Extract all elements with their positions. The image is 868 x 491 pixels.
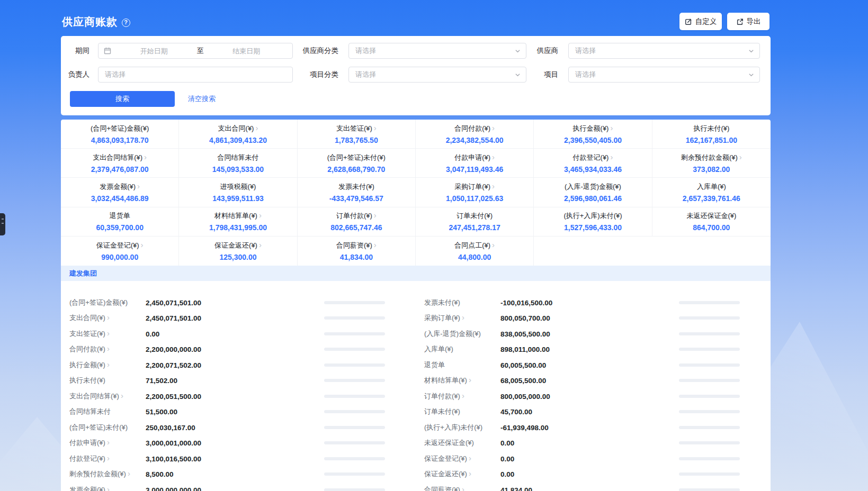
summary-card-label: 未返还保证金(¥)› bbox=[686, 211, 736, 221]
project-select[interactable]: 请选择 bbox=[568, 67, 760, 83]
summary-card: (执行+入库)未付(¥)› 1,527,596,433.00 bbox=[534, 207, 652, 237]
summary-card: 进项税额(¥)› 143,959,511.93 bbox=[179, 178, 297, 207]
summary-card: (合同+签证)未付(¥)› 2,628,668,790.70 bbox=[298, 149, 416, 178]
summary-card-label: 付款申请(¥)› bbox=[454, 153, 495, 162]
summary-card-label: 进项税额(¥)› bbox=[220, 182, 256, 192]
metric-row[interactable]: 付款申请(¥)› 3,000,001,000.00 bbox=[61, 435, 416, 451]
summary-card[interactable]: 合同付款(¥)› 2,234,382,554.00 bbox=[416, 120, 534, 149]
summary-card-label: 订单付款(¥)› bbox=[336, 211, 377, 221]
export-button[interactable]: 导出 bbox=[727, 13, 769, 30]
summary-card-label: 合同结算未付› bbox=[217, 153, 258, 162]
metric-row[interactable]: 付款登记(¥)› 3,100,016,500.00 bbox=[61, 451, 416, 467]
metric-value: 898,011,000.00 bbox=[500, 345, 550, 353]
summary-card: (合同+签证)金额(¥)› 4,863,093,178.70 bbox=[61, 120, 179, 149]
metric-row: 退货单› 60,005,500.00 bbox=[416, 357, 771, 373]
metric-row[interactable]: 支出签证(¥)› 0.00 bbox=[61, 326, 416, 342]
summary-card-value: 145,093,533.00 bbox=[212, 165, 264, 174]
summary-card-label: 支出合同结算(¥)› bbox=[93, 153, 147, 162]
summary-card-label: 合同薪资(¥)› bbox=[336, 241, 377, 250]
customize-button[interactable]: 自定义 bbox=[679, 13, 722, 30]
chevron-right-icon: › bbox=[462, 313, 464, 322]
metric-row[interactable]: 保证金登记(¥)› 0.00 bbox=[416, 451, 771, 467]
summary-card[interactable]: 支出签证(¥)› 1,783,765.50 bbox=[298, 120, 416, 149]
summary-card[interactable]: 合同薪资(¥)› 41,834.00 bbox=[298, 237, 416, 266]
metric-row[interactable]: 执行金额(¥)› 2,200,071,502.00 bbox=[61, 357, 416, 373]
project-category-placeholder: 请选择 bbox=[355, 70, 376, 79]
chevron-right-icon: › bbox=[492, 123, 495, 132]
summary-card[interactable]: 材料结算单(¥)› 1,798,431,995.00 bbox=[179, 207, 297, 237]
metric-row: (合同+签证)未付(¥)› 250,030,167.00 bbox=[61, 420, 416, 435]
metric-row: (入库-退货)金额(¥)› 838,005,500.00 bbox=[416, 326, 771, 342]
summary-card[interactable]: 保证金返还(¥)› 125,300.00 bbox=[179, 237, 297, 266]
metric-row[interactable]: 材料结算单(¥)› 68,005,500.00 bbox=[416, 373, 771, 389]
summary-card-value: 60,359,700.00 bbox=[96, 223, 144, 232]
metric-label: 发票金额(¥)› bbox=[69, 485, 110, 491]
chevron-right-icon: › bbox=[128, 469, 130, 478]
start-date-input[interactable] bbox=[113, 47, 195, 55]
metric-value: 0.00 bbox=[500, 470, 514, 478]
metric-bar-track bbox=[679, 379, 740, 382]
supplier-placeholder: 请选择 bbox=[575, 46, 596, 56]
summary-card[interactable]: 保证金登记(¥)› 990,000.00 bbox=[61, 237, 179, 266]
left-drawer-handle[interactable] bbox=[0, 213, 5, 235]
summary-card[interactable]: 订单付款(¥)› 802,665,747.46 bbox=[298, 207, 416, 237]
export-button-label: 导出 bbox=[747, 17, 761, 26]
metric-row[interactable]: 订单付款(¥)› 800,005,000.00 bbox=[416, 388, 771, 404]
metric-label: 保证金返还(¥)› bbox=[424, 469, 471, 479]
chevron-right-icon: › bbox=[610, 152, 613, 161]
chevron-right-icon: › bbox=[462, 485, 464, 491]
chevron-right-icon: › bbox=[107, 344, 110, 353]
metric-row[interactable]: 支出合同(¥)› 2,450,071,501.00 bbox=[61, 311, 416, 326]
summary-card[interactable]: 支出合同(¥)› 4,861,309,413.20 bbox=[179, 120, 297, 149]
metric-label: (合同+签证)未付(¥)› bbox=[69, 423, 128, 432]
metric-value: 0.00 bbox=[500, 439, 514, 447]
summary-card[interactable]: 发票金额(¥)› 3,032,454,486.89 bbox=[61, 178, 179, 207]
metric-row[interactable]: 保证金返还(¥)› 0.00 bbox=[416, 467, 771, 483]
metric-bar-track bbox=[324, 441, 385, 444]
summary-card-value: 802,665,747.46 bbox=[330, 223, 382, 232]
metric-value: 800,050,700.00 bbox=[500, 314, 550, 322]
metric-value: 3,000,000,000.00 bbox=[146, 486, 201, 491]
metric-value: 45,700.00 bbox=[500, 408, 532, 416]
search-button[interactable]: 搜索 bbox=[70, 91, 175, 107]
metric-value: 250,030,167.00 bbox=[146, 423, 195, 431]
summary-card-value: 990,000.00 bbox=[101, 253, 138, 261]
metric-bar-track bbox=[324, 332, 385, 335]
supplier-select[interactable]: 请选择 bbox=[568, 43, 760, 59]
summary-card[interactable]: 支出合同结算(¥)› 2,379,476,087.00 bbox=[61, 149, 179, 178]
summary-card-value: 125,300.00 bbox=[219, 253, 256, 261]
metric-row[interactable]: 合同付款(¥)› 2,200,000,000.00 bbox=[61, 342, 416, 358]
metric-row[interactable]: 支出合同结算(¥)› 2,200,051,500.00 bbox=[61, 388, 416, 404]
summary-card-value: 143,959,511.93 bbox=[212, 194, 264, 203]
company-name[interactable]: 建发集团 bbox=[69, 269, 97, 278]
summary-card[interactable]: 付款申请(¥)› 3,047,119,493.46 bbox=[416, 149, 534, 178]
chevron-right-icon: › bbox=[492, 240, 495, 249]
summary-card[interactable]: 合同点工(¥)› 44,800.00 bbox=[416, 237, 534, 266]
chevron-right-icon: › bbox=[374, 211, 377, 220]
summary-card[interactable]: 执行金额(¥)› 2,396,550,405.00 bbox=[534, 120, 652, 149]
summary-card-value: 1,527,596,433.00 bbox=[564, 223, 622, 232]
metric-row[interactable]: 剩余预付款金额(¥)› 8,500.00 bbox=[61, 467, 416, 483]
metric-label: 合同结算未付› bbox=[69, 407, 111, 416]
help-icon[interactable]: ? bbox=[122, 19, 130, 27]
metric-label: 发票未付(¥)› bbox=[424, 298, 460, 307]
metric-label: 订单付款(¥)› bbox=[424, 392, 464, 401]
metric-row[interactable]: 合同薪资(¥)› 41,834.00 bbox=[416, 482, 771, 491]
summary-card-value: 4,863,093,178.70 bbox=[91, 136, 149, 144]
summary-card[interactable]: 剩余预付款金额(¥)› 373,082.00 bbox=[652, 149, 771, 178]
clear-search-link[interactable]: 清空搜索 bbox=[188, 94, 216, 104]
chevron-right-icon: › bbox=[107, 485, 110, 491]
summary-card-value: 2,596,980,061.46 bbox=[564, 194, 622, 203]
project-category-label: 项目分类 bbox=[264, 67, 343, 83]
project-label: 项目 bbox=[484, 67, 563, 83]
metric-row[interactable]: 发票金额(¥)› 3,000,000,000.00 bbox=[61, 482, 416, 491]
summary-card-value: 1,798,431,995.00 bbox=[209, 223, 267, 232]
metric-bar-track bbox=[679, 472, 740, 476]
summary-card[interactable]: 采购订单(¥)› 1,050,117,025.63 bbox=[416, 178, 534, 207]
metric-row[interactable]: 采购订单(¥)› 800,050,700.00 bbox=[416, 311, 771, 326]
summary-grid: (合同+签证)金额(¥)› 4,863,093,178.70 支出合同(¥)› … bbox=[61, 120, 771, 266]
chevron-right-icon: › bbox=[255, 123, 258, 132]
summary-card[interactable]: 付款登记(¥)› 3,465,934,033.46 bbox=[534, 149, 652, 178]
chevron-right-icon: › bbox=[141, 240, 144, 249]
manager-label: 负责人 bbox=[61, 67, 94, 83]
